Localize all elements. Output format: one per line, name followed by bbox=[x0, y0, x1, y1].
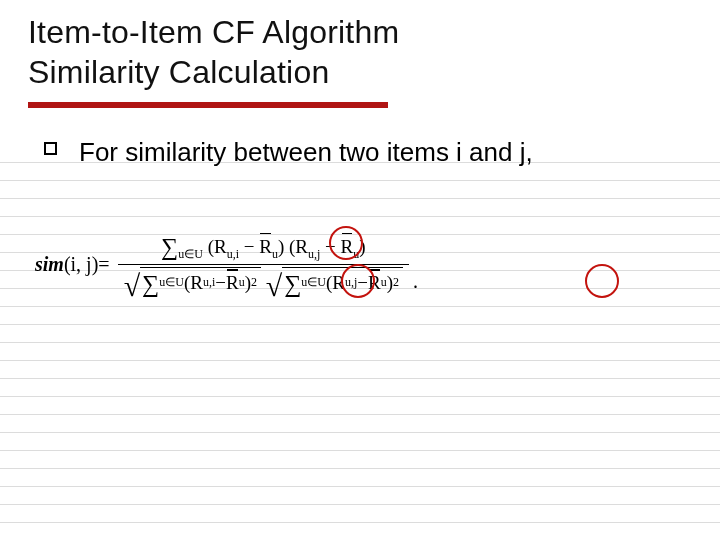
equation-lhs: sim(i, j) bbox=[35, 253, 98, 276]
var-R: R bbox=[190, 272, 203, 294]
slide: Item-to-Item CF Algorithm Similarity Cal… bbox=[0, 0, 720, 540]
var-R: R bbox=[295, 236, 308, 257]
title-line-2: Similarity Calculation bbox=[28, 54, 329, 90]
ruled-lines bbox=[0, 145, 720, 540]
sigma-icon: ∑ bbox=[142, 271, 159, 298]
bullet-text: For similarity between two items i and j… bbox=[79, 136, 533, 170]
sub-u: u bbox=[239, 275, 245, 290]
radical-icon: √ bbox=[266, 271, 282, 301]
var-R: R bbox=[214, 236, 227, 257]
radicand-left: ∑u∈U (Ru,i − Ru)2 bbox=[140, 267, 261, 297]
sub-u: u bbox=[272, 247, 278, 261]
title-underline bbox=[28, 102, 388, 108]
square-bullet-icon bbox=[44, 142, 57, 155]
func-name: sim bbox=[35, 253, 64, 275]
bullet-list: For similarity between two items i and j… bbox=[44, 136, 680, 170]
slide-title: Item-to-Item CF Algorithm Similarity Cal… bbox=[28, 12, 692, 92]
sum-subscript: u∈U bbox=[301, 275, 326, 290]
sqrt-left: √ ∑u∈U (Ru,i − Ru)2 bbox=[124, 267, 261, 297]
sub-uj: u,j bbox=[308, 247, 320, 261]
squared: 2 bbox=[251, 275, 257, 290]
sum-subscript: u∈U bbox=[178, 247, 203, 261]
title-line-1: Item-to-Item CF Algorithm bbox=[28, 14, 399, 50]
trailing-dot: . bbox=[413, 270, 418, 299]
highlight-circle-icon bbox=[341, 264, 375, 298]
R-bar: R bbox=[226, 271, 239, 294]
R-bar: R bbox=[259, 235, 272, 258]
squared: 2 bbox=[393, 275, 399, 290]
highlight-circle-icon bbox=[585, 264, 619, 298]
sub-u: u bbox=[381, 275, 387, 290]
sum-subscript: u∈U bbox=[159, 275, 184, 290]
sub-ui: u,i bbox=[203, 275, 215, 290]
title-block: Item-to-Item CF Algorithm Similarity Cal… bbox=[28, 12, 692, 108]
similarity-equation: sim(i, j) = ∑u∈U (Ru,i − Ru) (Ru,j − Ru)… bbox=[35, 230, 675, 299]
sqrt-right: √ ∑u∈U (Ru,j − Ru)2 bbox=[266, 267, 403, 297]
radical-icon: √ bbox=[124, 271, 140, 301]
sub-ui: u,i bbox=[227, 247, 239, 261]
highlight-circle-icon bbox=[329, 226, 363, 260]
equals-sign: = bbox=[98, 253, 109, 276]
sigma-icon: ∑ bbox=[161, 234, 178, 260]
bullet-item: For similarity between two items i and j… bbox=[44, 136, 680, 170]
func-args: (i, j) bbox=[64, 253, 98, 275]
sigma-icon: ∑ bbox=[284, 271, 301, 298]
